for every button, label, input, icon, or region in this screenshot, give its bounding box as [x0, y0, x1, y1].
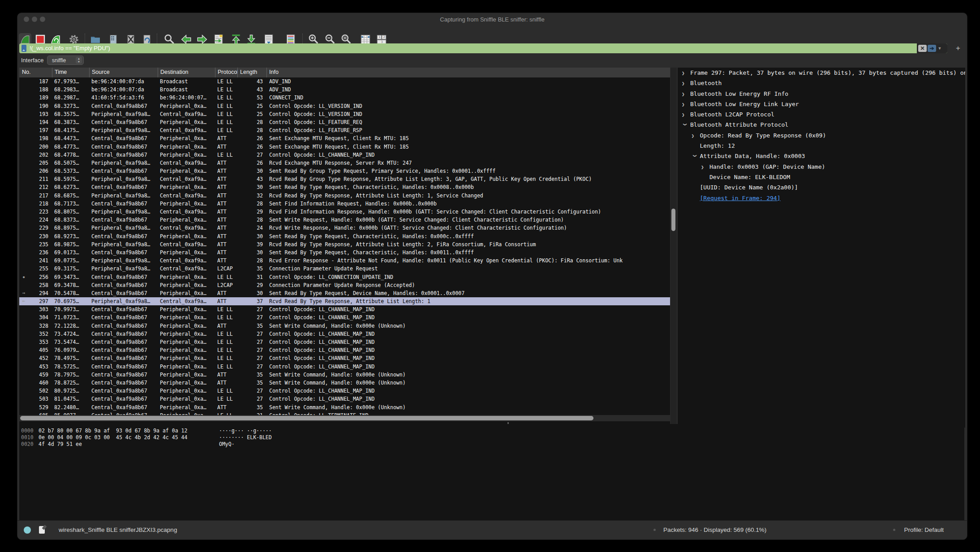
- cell-time: 67.9793…: [52, 77, 89, 86]
- filter-clear-icon[interactable]: ✕: [918, 45, 927, 52]
- packet-row-187[interactable]: 18767.9793…be:96:24:00:07:daBroadcastLE …: [19, 77, 670, 86]
- packet-row-236[interactable]: 23669.0173…Central_0xaf9a8b67Peripheral_…: [19, 248, 670, 257]
- detail-tree-item[interactable]: ❯Frame 297: Packet, 37 bytes on wire (29…: [678, 68, 965, 78]
- packet-row-256[interactable]: 25669.3473…Central_0xaf9a8b67Peripheral_…: [19, 273, 670, 281]
- packet-row-235[interactable]: 23568.9875…Peripheral_0xaf9a8…Central_0x…: [19, 240, 670, 248]
- column-header-protocol[interactable]: Protocol: [215, 68, 237, 77]
- expand-chevron-icon[interactable]: ❯: [682, 78, 690, 89]
- packet-row-255[interactable]: 25569.3175…Peripheral_0xaf9a8…Central_0x…: [19, 265, 670, 273]
- detail-tree-item[interactable]: ❯Bluetooth Low Energy RF Info: [678, 89, 965, 99]
- column-header-source[interactable]: Source: [89, 68, 158, 77]
- filter-dropdown-icon[interactable]: ▼: [937, 46, 942, 51]
- hex-row-0020[interactable]: 00204f 4d 79 51 eeOMyQ·: [19, 441, 964, 448]
- packet-row-194[interactable]: 19468.3873…Central_0xaf9a8b67Peripheral_…: [19, 118, 670, 126]
- packet-list-horizontal-scrollbar[interactable]: [19, 415, 670, 421]
- packet-row-452[interactable]: 45278.4975…Central_0xaf9a8b67Peripheral_…: [19, 354, 670, 362]
- packet-row-529[interactable]: 52982.2480…Central_0xaf9a8b67Peripheral_…: [19, 403, 670, 411]
- packet-row-459[interactable]: 45978.7975…Central_0xaf9a8b67Peripheral_…: [19, 371, 670, 379]
- cell-len: 28: [237, 216, 266, 224]
- cell-dst: Peripheral_0xa…: [158, 232, 215, 240]
- detail-tree-item[interactable]: ❯Attribute Data, Handle: 0x0003: [678, 151, 965, 161]
- filter-bookmark-icon[interactable]: [21, 45, 26, 52]
- packet-row-189[interactable]: 18968.2987…41:60:5f:5d:a3:f6be:96:24:00:…: [19, 94, 670, 102]
- expand-chevron-icon[interactable]: ❯: [692, 131, 700, 141]
- packet-row-297[interactable]: 29770.6975…Peripheral_0xaf9a8…Central_0x…: [19, 297, 670, 305]
- detail-tree-item[interactable]: ❯Handle: 0x0003 (GAP: Device Name): [678, 162, 965, 172]
- hex-row-0000[interactable]: 000002 b7 80 00 67 8b 9a af 93 0d 67 8b …: [19, 428, 964, 434]
- packet-row-202[interactable]: 20268.4778…Central_0xaf9a8b67Peripheral_…: [19, 151, 670, 159]
- cell-proto: LE LL: [215, 126, 237, 134]
- detail-tree-item[interactable]: ❯Bluetooth Attribute Protocol: [678, 120, 965, 130]
- packet-row-217[interactable]: 21768.6875…Peripheral_0xaf9a8…Central_0x…: [19, 192, 670, 200]
- packet-row-200[interactable]: 20068.4773…Central_0xaf9a8b67Peripheral_…: [19, 143, 670, 151]
- column-header-time[interactable]: Time: [52, 68, 89, 77]
- cell-src: Central_0xaf9a8b67: [89, 363, 158, 371]
- cell-dst: Peripheral_0xa…: [158, 322, 215, 330]
- packet-row-218[interactable]: 21868.7173…Central_0xaf9a8b67Peripheral_…: [19, 200, 670, 208]
- packet-row-229[interactable]: 22968.8975…Peripheral_0xaf9a8…Central_0x…: [19, 224, 670, 232]
- packet-row-241[interactable]: 24169.0775…Peripheral_0xaf9a8…Central_0x…: [19, 257, 670, 265]
- hex-dump[interactable]: 000002 b7 80 00 67 8b 9a af 93 0d 67 8b …: [19, 424, 964, 448]
- packet-row-188[interactable]: 18868.2983…be:96:24:00:07:daBroadcastLE …: [19, 86, 670, 94]
- cell-time: 69.3175…: [52, 265, 89, 273]
- detail-tree-item[interactable]: ❯Bluetooth: [678, 78, 965, 88]
- status-profile[interactable]: Profile: Default: [904, 526, 944, 533]
- cell-src: Central_0xaf9a8b67: [89, 232, 158, 240]
- column-header-info[interactable]: Info: [266, 68, 670, 77]
- interface-stepper-icon[interactable]: ▲▼: [76, 57, 82, 64]
- packet-row-453[interactable]: 45378.5725…Central_0xaf9a8b67Peripheral_…: [19, 363, 670, 371]
- packet-row-502[interactable]: 50280.9725…Central_0xaf9a8b67Peripheral_…: [19, 387, 670, 395]
- filter-apply-icon[interactable]: ➔: [928, 45, 936, 52]
- packet-row-503[interactable]: 50381.0475…Central_0xaf9a8b67Peripheral_…: [19, 395, 670, 403]
- scrollbar-thumb[interactable]: [671, 209, 675, 231]
- interface-select[interactable]: sniffle ▲▼: [47, 56, 84, 65]
- detail-tree-item[interactable]: ❯Bluetooth L2CAP Protocol: [678, 109, 965, 120]
- packet-row-212[interactable]: 21268.6273…Central_0xaf9a8b67Peripheral_…: [19, 183, 670, 191]
- expand-chevron-icon[interactable]: ❯: [682, 68, 690, 78]
- packet-row-460[interactable]: 46078.8725…Central_0xaf9a8b67Peripheral_…: [19, 379, 670, 387]
- column-header-destination[interactable]: Destination: [158, 68, 215, 77]
- cell-len: 35: [237, 403, 266, 411]
- expert-info-icon[interactable]: [24, 526, 31, 534]
- packet-row-304[interactable]: 30471.0723…Central_0xaf9a8b67Peripheral_…: [19, 313, 670, 321]
- filter-expression-input[interactable]: !(_ws.col.info == "Empty PDU"): [30, 45, 110, 51]
- column-header-length[interactable]: Length: [237, 68, 266, 77]
- packet-row-206[interactable]: 20668.5373…Central_0xaf9a8b67Peripheral_…: [19, 167, 670, 175]
- packet-row-223[interactable]: 22368.8075…Peripheral_0xaf9a8…Central_0x…: [19, 208, 670, 216]
- capture-comment-icon[interactable]: [39, 526, 45, 534]
- packet-list-vertical-scrollbar[interactable]: [671, 68, 677, 434]
- detail-tree-item[interactable]: Device Name: ELK-BLEDOM: [678, 172, 965, 182]
- packet-row-197[interactable]: 19768.4175…Peripheral_0xaf9a8…Central_0x…: [19, 126, 670, 134]
- detail-tree-item[interactable]: ❯Bluetooth Low Energy Link Layer: [678, 99, 965, 109]
- hex-row-0010[interactable]: 00100e 00 04 00 09 0c 03 00 45 4c 4b 2d …: [19, 434, 964, 441]
- detail-tree-item[interactable]: ❯Opcode: Read By Type Response (0x09): [678, 130, 965, 141]
- packet-row-230[interactable]: 23068.9273…Central_0xaf9a8b67Peripheral_…: [19, 232, 670, 240]
- packet-row-205[interactable]: 20568.5075…Peripheral_0xaf9a8…Central_0x…: [19, 159, 670, 167]
- hex-bytes: 4f 4d 79 51 ee: [39, 441, 82, 448]
- packet-row-198[interactable]: 19868.4473…Central_0xaf9a8b67Peripheral_…: [19, 134, 670, 142]
- detail-tree-item[interactable]: Length: 12: [678, 141, 965, 151]
- packet-list-header[interactable]: No.TimeSourceDestinationProtocolLengthIn…: [19, 68, 670, 78]
- packet-row-303[interactable]: 30370.9973…Central_0xaf9a8b67Peripheral_…: [19, 305, 670, 313]
- expand-chevron-icon[interactable]: ❯: [682, 110, 690, 120]
- detail-tree-item[interactable]: [UUID: Device Name (0x2a00)]: [678, 182, 965, 193]
- packet-row-352[interactable]: 35273.4724…Central_0xaf9a8b67Peripheral_…: [19, 330, 670, 338]
- packet-row-190[interactable]: 19068.3273…Central_0xaf9a8b67Peripheral_…: [19, 102, 670, 110]
- display-filter-bar[interactable]: !(_ws.col.info == "Empty PDU") ✕ ➔ ▼: [19, 43, 947, 53]
- packet-row-193[interactable]: 19368.3575…Peripheral_0xaf9a8…Central_0x…: [19, 110, 670, 118]
- detail-text: Bluetooth L2CAP Protocol: [690, 111, 774, 118]
- column-header-no[interactable]: No.: [19, 68, 52, 77]
- filter-add-button[interactable]: +: [954, 43, 963, 53]
- packet-row-224[interactable]: 22468.8373…Central_0xaf9a8b67Peripheral_…: [19, 216, 670, 224]
- expand-chevron-icon[interactable]: ❯: [682, 89, 690, 99]
- expand-chevron-icon[interactable]: ❯: [701, 162, 709, 172]
- packet-row-258[interactable]: 25869.3478…Central_0xaf9a8b67Peripheral_…: [19, 281, 670, 289]
- packet-row-405[interactable]: 40576.0979…Central_0xaf9a8b67Peripheral_…: [19, 346, 670, 354]
- packet-row-353[interactable]: 35373.5474…Central_0xaf9a8b67Peripheral_…: [19, 338, 670, 346]
- detail-link-request-in-frame[interactable]: [Request in Frame: 294]: [678, 193, 965, 203]
- expand-chevron-icon[interactable]: ❯: [682, 99, 690, 110]
- scrollbar-thumb[interactable]: [20, 416, 593, 420]
- packet-row-211[interactable]: 21168.5975…Peripheral_0xaf9a8…Central_0x…: [19, 175, 670, 183]
- packet-row-328[interactable]: 32872.1228…Central_0xaf9a8b67Peripheral_…: [19, 322, 670, 330]
- packet-row-294[interactable]: 29470.5478…Central_0xaf9a8b67Peripheral_…: [19, 289, 670, 297]
